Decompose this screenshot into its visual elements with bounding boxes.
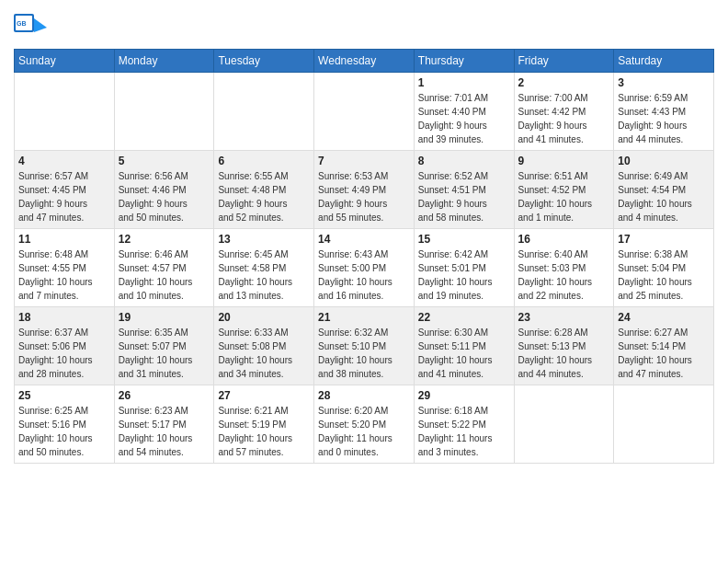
day-number: 4 <box>18 155 110 167</box>
calendar-cell: 4Sunrise: 6:57 AM Sunset: 4:45 PM Daylig… <box>15 151 115 229</box>
calendar-cell: 21Sunrise: 6:32 AM Sunset: 5:10 PM Dayli… <box>314 307 415 385</box>
day-info: Sunrise: 6:55 AM Sunset: 4:48 PM Dayligh… <box>218 169 310 224</box>
day-info: Sunrise: 6:42 AM Sunset: 5:01 PM Dayligh… <box>418 247 510 303</box>
day-number: 22 <box>418 311 510 324</box>
day-number: 28 <box>318 389 410 402</box>
week-row-1: 4Sunrise: 6:57 AM Sunset: 4:45 PM Daylig… <box>15 151 714 229</box>
day-info: Sunrise: 7:01 AM Sunset: 4:40 PM Dayligh… <box>418 91 510 146</box>
week-row-3: 18Sunrise: 6:37 AM Sunset: 5:06 PM Dayli… <box>15 307 714 385</box>
calendar-cell: 16Sunrise: 6:40 AM Sunset: 5:03 PM Dayli… <box>514 229 614 307</box>
day-number: 13 <box>218 233 310 246</box>
weekday-header-wednesday: Wednesday <box>314 50 415 73</box>
weekday-header-row: SundayMondayTuesdayWednesdayThursdayFrid… <box>15 50 714 73</box>
day-number: 7 <box>318 155 410 167</box>
calendar-cell: 3Sunrise: 6:59 AM Sunset: 4:43 PM Daylig… <box>614 73 714 151</box>
calendar-cell: 28Sunrise: 6:20 AM Sunset: 5:20 PM Dayli… <box>314 385 415 464</box>
calendar-cell: 10Sunrise: 6:49 AM Sunset: 4:54 PM Dayli… <box>614 151 714 229</box>
day-number: 3 <box>618 76 710 89</box>
calendar-cell: 15Sunrise: 6:42 AM Sunset: 5:01 PM Dayli… <box>414 229 514 307</box>
calendar-cell: 18Sunrise: 6:37 AM Sunset: 5:06 PM Dayli… <box>15 307 115 385</box>
calendar-cell: 7Sunrise: 6:53 AM Sunset: 4:49 PM Daylig… <box>314 151 415 229</box>
calendar-table: SundayMondayTuesdayWednesdayThursdayFrid… <box>14 49 714 464</box>
calendar-cell: 19Sunrise: 6:35 AM Sunset: 5:07 PM Dayli… <box>114 307 214 385</box>
day-info: Sunrise: 6:27 AM Sunset: 5:14 PM Dayligh… <box>618 326 710 381</box>
calendar-cell: 11Sunrise: 6:48 AM Sunset: 4:55 PM Dayli… <box>15 229 115 307</box>
calendar-cell: 22Sunrise: 6:30 AM Sunset: 5:11 PM Dayli… <box>414 307 514 385</box>
day-number: 14 <box>318 233 410 246</box>
svg-text:GB: GB <box>17 20 27 27</box>
logo-icon: GB <box>14 14 47 41</box>
day-info: Sunrise: 6:53 AM Sunset: 4:49 PM Dayligh… <box>318 169 410 224</box>
header: GB <box>14 9 714 41</box>
weekday-header-friday: Friday <box>514 50 614 73</box>
calendar-cell: 9Sunrise: 6:51 AM Sunset: 4:52 PM Daylig… <box>514 151 614 229</box>
day-number: 24 <box>618 311 710 324</box>
calendar-cell: 20Sunrise: 6:33 AM Sunset: 5:08 PM Dayli… <box>214 307 314 385</box>
day-info: Sunrise: 6:35 AM Sunset: 5:07 PM Dayligh… <box>119 326 210 381</box>
day-info: Sunrise: 6:25 AM Sunset: 5:16 PM Dayligh… <box>18 404 110 459</box>
day-info: Sunrise: 6:40 AM Sunset: 5:03 PM Dayligh… <box>518 247 610 303</box>
day-info: Sunrise: 6:43 AM Sunset: 5:00 PM Dayligh… <box>318 247 410 303</box>
calendar-cell: 29Sunrise: 6:18 AM Sunset: 5:22 PM Dayli… <box>414 385 514 464</box>
day-number: 6 <box>218 155 310 167</box>
calendar-cell: 24Sunrise: 6:27 AM Sunset: 5:14 PM Dayli… <box>614 307 714 385</box>
calendar-cell <box>614 385 714 464</box>
day-number: 18 <box>18 311 110 324</box>
day-number: 9 <box>518 155 610 167</box>
day-number: 29 <box>418 389 510 402</box>
day-number: 26 <box>119 389 210 402</box>
weekday-header-tuesday: Tuesday <box>214 50 314 73</box>
day-info: Sunrise: 6:23 AM Sunset: 5:17 PM Dayligh… <box>119 404 210 459</box>
day-info: Sunrise: 6:51 AM Sunset: 4:52 PM Dayligh… <box>518 169 610 224</box>
day-number: 25 <box>18 389 110 402</box>
day-number: 20 <box>218 311 310 324</box>
calendar-cell <box>214 73 314 151</box>
week-row-2: 11Sunrise: 6:48 AM Sunset: 4:55 PM Dayli… <box>15 229 714 307</box>
calendar-cell: 25Sunrise: 6:25 AM Sunset: 5:16 PM Dayli… <box>15 385 115 464</box>
calendar-cell: 14Sunrise: 6:43 AM Sunset: 5:00 PM Dayli… <box>314 229 415 307</box>
day-number: 16 <box>518 233 610 246</box>
logo: GB <box>14 14 49 41</box>
day-info: Sunrise: 6:52 AM Sunset: 4:51 PM Dayligh… <box>418 169 510 224</box>
calendar-cell <box>314 73 415 151</box>
svg-marker-1 <box>34 18 47 32</box>
day-number: 12 <box>119 233 210 246</box>
calendar-cell <box>114 73 214 151</box>
calendar-cell: 12Sunrise: 6:46 AM Sunset: 4:57 PM Dayli… <box>114 229 214 307</box>
week-row-4: 25Sunrise: 6:25 AM Sunset: 5:16 PM Dayli… <box>15 385 714 464</box>
day-info: Sunrise: 6:28 AM Sunset: 5:13 PM Dayligh… <box>518 326 610 381</box>
day-number: 10 <box>618 155 710 167</box>
calendar-cell: 5Sunrise: 6:56 AM Sunset: 4:46 PM Daylig… <box>114 151 214 229</box>
day-info: Sunrise: 6:18 AM Sunset: 5:22 PM Dayligh… <box>418 404 510 459</box>
day-number: 21 <box>318 311 410 324</box>
day-info: Sunrise: 6:56 AM Sunset: 4:46 PM Dayligh… <box>119 169 210 224</box>
weekday-header-saturday: Saturday <box>614 50 714 73</box>
calendar-cell: 23Sunrise: 6:28 AM Sunset: 5:13 PM Dayli… <box>514 307 614 385</box>
calendar-body: 1Sunrise: 7:01 AM Sunset: 4:40 PM Daylig… <box>15 73 714 464</box>
weekday-header-sunday: Sunday <box>15 50 115 73</box>
day-number: 2 <box>518 76 610 89</box>
calendar-cell: 17Sunrise: 6:38 AM Sunset: 5:04 PM Dayli… <box>614 229 714 307</box>
day-info: Sunrise: 6:33 AM Sunset: 5:08 PM Dayligh… <box>218 326 310 381</box>
day-number: 5 <box>119 155 210 167</box>
day-info: Sunrise: 6:20 AM Sunset: 5:20 PM Dayligh… <box>318 404 410 459</box>
calendar-cell <box>15 73 115 151</box>
day-info: Sunrise: 6:32 AM Sunset: 5:10 PM Dayligh… <box>318 326 410 381</box>
calendar-cell: 8Sunrise: 6:52 AM Sunset: 4:51 PM Daylig… <box>414 151 514 229</box>
day-info: Sunrise: 6:57 AM Sunset: 4:45 PM Dayligh… <box>18 169 110 224</box>
calendar-cell: 27Sunrise: 6:21 AM Sunset: 5:19 PM Dayli… <box>214 385 314 464</box>
day-info: Sunrise: 6:59 AM Sunset: 4:43 PM Dayligh… <box>618 91 710 146</box>
day-info: Sunrise: 6:48 AM Sunset: 4:55 PM Dayligh… <box>18 247 110 303</box>
calendar-cell: 2Sunrise: 7:00 AM Sunset: 4:42 PM Daylig… <box>514 73 614 151</box>
day-number: 1 <box>418 76 510 89</box>
calendar-cell: 6Sunrise: 6:55 AM Sunset: 4:48 PM Daylig… <box>214 151 314 229</box>
calendar-header: SundayMondayTuesdayWednesdayThursdayFrid… <box>15 50 714 73</box>
day-info: Sunrise: 7:00 AM Sunset: 4:42 PM Dayligh… <box>518 91 610 146</box>
week-row-0: 1Sunrise: 7:01 AM Sunset: 4:40 PM Daylig… <box>15 73 714 151</box>
day-info: Sunrise: 6:49 AM Sunset: 4:54 PM Dayligh… <box>618 169 710 224</box>
day-info: Sunrise: 6:21 AM Sunset: 5:19 PM Dayligh… <box>218 404 310 459</box>
day-info: Sunrise: 6:37 AM Sunset: 5:06 PM Dayligh… <box>18 326 110 381</box>
day-info: Sunrise: 6:45 AM Sunset: 4:58 PM Dayligh… <box>218 247 310 303</box>
day-number: 27 <box>218 389 310 402</box>
weekday-header-thursday: Thursday <box>414 50 514 73</box>
